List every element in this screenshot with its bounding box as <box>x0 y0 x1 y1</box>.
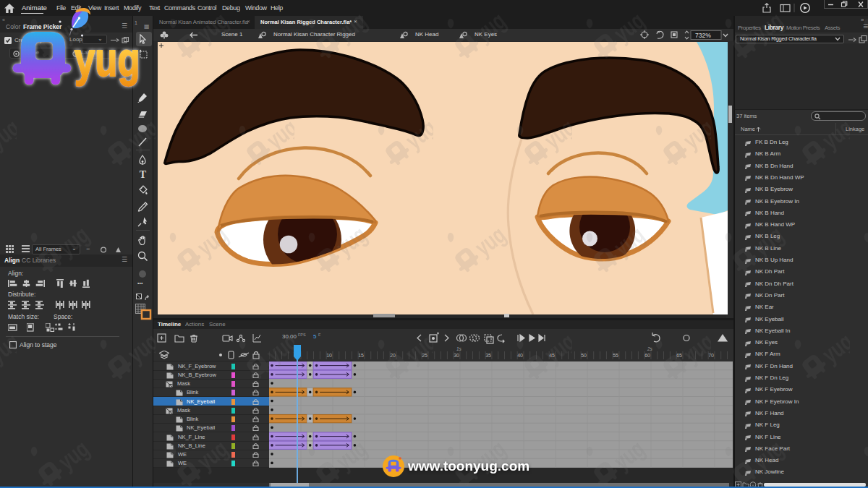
svg-text:1s: 1s <box>456 346 462 351</box>
svg-text:45: 45 <box>549 353 555 358</box>
svg-text:732%: 732% <box>695 32 711 39</box>
svg-text:65: 65 <box>676 353 682 358</box>
svg-text:70: 70 <box>708 353 714 358</box>
svg-text:15: 15 <box>358 353 364 358</box>
svg-text:50: 50 <box>581 353 587 358</box>
svg-text:25: 25 <box>422 353 427 358</box>
svg-text:www.toonyug.com: www.toonyug.com <box>407 458 529 474</box>
svg-text:60: 60 <box>644 353 650 358</box>
svg-text:10: 10 <box>326 353 332 358</box>
svg-text:30: 30 <box>454 353 459 358</box>
svg-text:40: 40 <box>517 353 523 358</box>
svg-text:55: 55 <box>613 353 618 358</box>
svg-text:T: T <box>140 169 147 180</box>
svg-text:35: 35 <box>485 353 491 358</box>
svg-text:20: 20 <box>390 353 396 358</box>
svg-text:2s: 2s <box>647 346 653 351</box>
